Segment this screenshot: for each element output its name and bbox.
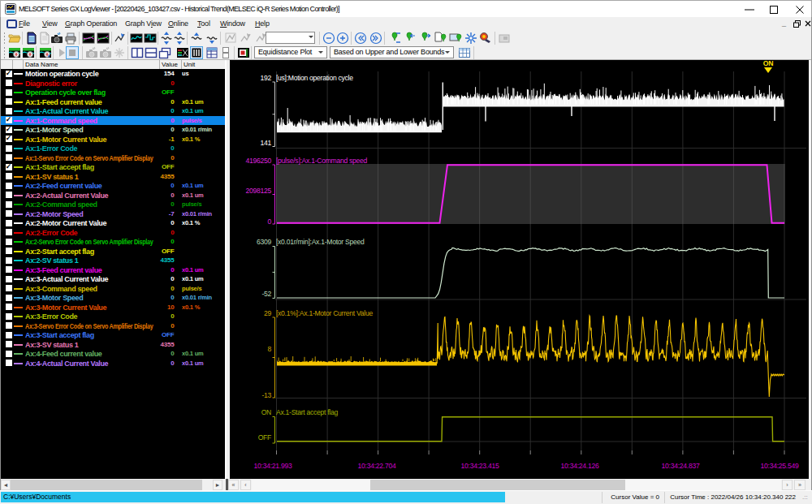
svg-text:Ax.1-Start accept flag: Ax.1-Start accept flag [276,408,338,416]
svg-text:ON: ON [763,60,773,67]
svg-text:10:34:25.549: 10:34:25.549 [761,462,799,470]
svg-text:141: 141 [261,139,272,147]
svg-text:[x0.01r/min]:Ax.1-Motor Speed: [x0.01r/min]:Ax.1-Motor Speed [276,238,365,246]
svg-text:29: 29 [264,309,271,317]
svg-text:ON: ON [261,408,271,416]
svg-text:10:34:22.704: 10:34:22.704 [358,462,396,470]
svg-text:10:34:21.993: 10:34:21.993 [254,462,292,470]
svg-text:OFF: OFF [258,433,271,442]
svg-text:[x0.1%]:Ax.1-Motor Current Val: [x0.1%]:Ax.1-Motor Current Value [276,309,373,317]
svg-text:10:34:23.415: 10:34:23.415 [461,462,499,470]
svg-text:-52: -52 [261,290,271,298]
svg-text:192: 192 [261,74,272,82]
svg-text:6309: 6309 [257,238,271,246]
svg-text:10:34:24.126: 10:34:24.126 [561,462,599,470]
svg-text:-13: -13 [261,391,271,399]
svg-text:4196250: 4196250 [246,157,272,165]
svg-text:0: 0 [268,218,272,226]
svg-text:8: 8 [268,345,272,353]
svg-text:[pulse/s]:Ax.1-Command speed: [pulse/s]:Ax.1-Command speed [276,157,368,165]
svg-text:2098125: 2098125 [246,187,272,195]
svg-text:[us]:Motion operation cycle: [us]:Motion operation cycle [276,74,353,82]
svg-text:10:34:24.837: 10:34:24.837 [662,462,700,470]
